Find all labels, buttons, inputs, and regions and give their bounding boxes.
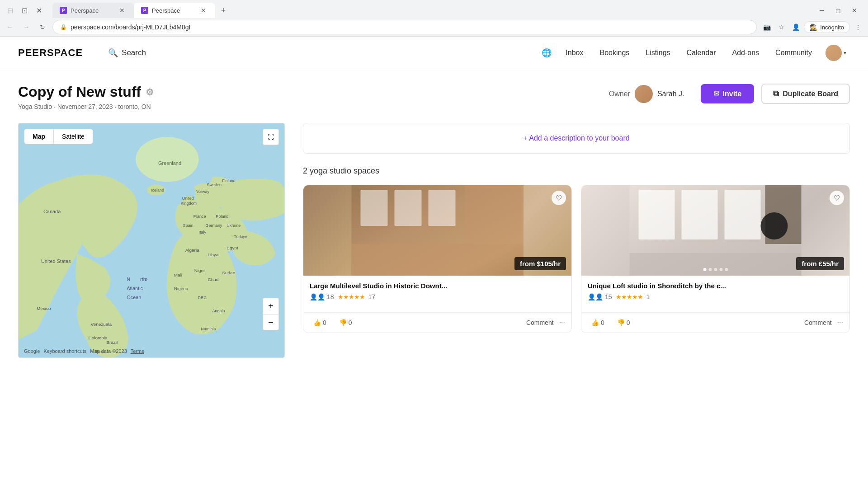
search-button[interactable]: 🔍 Search (101, 44, 153, 61)
satellite-btn[interactable]: Satellite (54, 129, 93, 144)
browser-tab-1[interactable]: P Peerspace ✕ (52, 3, 134, 18)
reload-btn[interactable]: ↻ (36, 21, 49, 33)
more-chrome-btn[interactable]: ⋮ (852, 21, 864, 33)
space-card-2[interactable]: ♡ from £55/hr Unique Loft studio in Shor (581, 185, 850, 333)
zoom-out-btn[interactable]: − (263, 314, 279, 330)
board-actions: Owner Sarah J. ✉ Invite ⧉ Duplicate Boar… (609, 84, 850, 104)
globe-btn[interactable]: 🌐 (538, 44, 556, 62)
svg-text:Italy: Italy (199, 230, 207, 235)
incognito-btn[interactable]: 🕵 Incognito (804, 21, 850, 33)
nav-listings[interactable]: Listings (639, 45, 676, 61)
tab-bar: ⊟ ⊡ ✕ P Peerspace ✕ P Peerspace ✕ + ─ ◻ … (0, 0, 868, 18)
nav-addons[interactable]: Add-ons (726, 45, 766, 61)
close-window-btn[interactable]: ✕ (33, 4, 45, 17)
svg-rect-45 (429, 190, 456, 226)
space-card-2-comment[interactable]: Comment (804, 319, 832, 326)
window-close-btn[interactable]: ✕ (848, 4, 861, 17)
space-card-2-actions: 👍 0 👎 0 Comment ··· (581, 312, 849, 333)
nav-bookings[interactable]: Bookings (593, 45, 636, 61)
user-chevron-icon: ▾ (844, 50, 846, 56)
address-bar[interactable]: 🔒 peerspace.com/boards/prj-MLD7JLb4M0gI (52, 20, 757, 34)
svg-text:United: United (182, 196, 194, 201)
main-content: Copy of New stuff ⚙ Yoga Studio · Novemb… (0, 69, 868, 372)
maximize-window-btn[interactable]: ⊡ (18, 4, 31, 17)
back-btn[interactable]: ← (4, 21, 16, 33)
thumbs-up-icon-2: 👍 (591, 319, 599, 326)
dot-2 (708, 268, 712, 271)
nav-calendar[interactable]: Calendar (680, 45, 722, 61)
profile-btn[interactable]: 👤 (789, 21, 802, 33)
owner-section: Owner Sarah J. (609, 85, 684, 103)
svg-text:Chad: Chad (208, 277, 219, 282)
svg-text:Namibia: Namibia (201, 327, 216, 331)
space-card-1-dislike[interactable]: 👎 0 (335, 317, 356, 328)
svg-text:Ukraine: Ukraine (226, 223, 241, 228)
invite-button[interactable]: ✉ Invite (701, 84, 755, 103)
address-url: peerspace.com/boards/prj-MLD7JLb4M0gI (71, 23, 749, 31)
right-content: + Add a description to your board 2 yoga… (303, 123, 850, 358)
space-card-2-more[interactable]: ··· (837, 319, 843, 327)
window-restore-btn[interactable]: ◻ (832, 4, 844, 17)
space-card-2-like[interactable]: 👍 0 (588, 317, 608, 328)
nav-inbox[interactable]: Inbox (559, 45, 590, 61)
search-icon: 🔍 (108, 48, 118, 58)
space-card-1-heart[interactable]: ♡ (552, 191, 566, 205)
globe-icon: 🌐 (542, 48, 552, 58)
svg-text:Ocean: Ocean (127, 295, 141, 300)
tab-2-close[interactable]: ✕ (199, 6, 208, 14)
forward-btn[interactable]: → (20, 21, 33, 33)
map-fullscreen-btn[interactable]: ⛶ (263, 129, 279, 145)
duplicate-board-button[interactable]: ⧉ Duplicate Board (761, 84, 850, 104)
browser-tab-2[interactable]: P Peerspace ✕ (134, 3, 215, 18)
map-zoom-controls: + − (263, 298, 279, 330)
board-header: Copy of New stuff ⚙ Yoga Studio · Novemb… (18, 84, 850, 110)
user-menu[interactable]: ▾ (822, 43, 850, 63)
user-avatar (826, 45, 842, 61)
space-card-2-dots (703, 268, 728, 271)
map-view-controls: Map Satellite (24, 129, 93, 144)
svg-text:Poland: Poland (216, 214, 228, 219)
dot-3 (714, 268, 717, 271)
board-title-section: Copy of New stuff ⚙ Yoga Studio · Novemb… (18, 84, 154, 110)
camera-btn[interactable]: 📷 (760, 21, 773, 33)
invite-label: Invite (723, 90, 742, 98)
space-card-2-heart[interactable]: ♡ (830, 191, 844, 205)
space-card-1-like[interactable]: 👍 0 (310, 317, 330, 328)
window-minimize-btn[interactable]: ─ (816, 4, 828, 17)
new-tab-btn[interactable]: + (217, 4, 230, 17)
minimize-window-btn[interactable]: ⊟ (4, 4, 16, 17)
capacity-icon-2: 👤👤 (588, 293, 603, 300)
space-card-1-comment[interactable]: Comment (526, 319, 554, 326)
svg-text:Libya: Libya (208, 252, 219, 257)
board-settings-icon[interactable]: ⚙ (146, 87, 154, 98)
logo-text: PEERSPACE (18, 47, 83, 58)
map-background[interactable]: Greenland Iceland (19, 123, 284, 357)
bookmark-btn[interactable]: ☆ (775, 21, 788, 33)
space-card-1-stars: ★★★★★ (338, 293, 365, 300)
owner-name: Sarah J. (657, 90, 684, 98)
tab-1-close[interactable]: ✕ (118, 6, 127, 14)
dot-1 (703, 268, 706, 271)
svg-text:Türkiye: Türkiye (234, 235, 247, 239)
space-card-1-more[interactable]: ··· (559, 319, 565, 327)
space-card-2-dislike[interactable]: 👎 0 (613, 317, 634, 328)
space-card-1-actions: 👍 0 👎 0 Comment ··· (303, 312, 571, 333)
map-terms[interactable]: Terms (131, 348, 144, 354)
spaces-grid: ♡ from $105/hr Large Multilevel Studio i… (303, 185, 850, 333)
invite-icon: ✉ (713, 89, 719, 98)
svg-text:Greenland: Greenland (158, 160, 181, 166)
zoom-in-btn[interactable]: + (263, 298, 279, 314)
map-btn[interactable]: Map (24, 129, 54, 144)
nav-community[interactable]: Community (769, 45, 818, 61)
space-card-1-image: ♡ from $105/hr (303, 185, 571, 276)
logo[interactable]: PEERSPACE (18, 47, 83, 59)
board-title: Copy of New stuff ⚙ (18, 84, 154, 100)
svg-text:United States: United States (41, 258, 71, 264)
board-meta: Yoga Studio · November 27, 2023 · toront… (18, 103, 154, 110)
svg-text:Sudan: Sudan (222, 270, 235, 275)
add-description-btn[interactable]: + Add a description to your board (303, 123, 850, 154)
search-label: Search (122, 48, 146, 57)
svg-text:Nigeria: Nigeria (174, 286, 189, 291)
space-card-1[interactable]: ♡ from $105/hr Large Multilevel Studio i… (303, 185, 572, 333)
svg-rect-43 (361, 190, 388, 226)
